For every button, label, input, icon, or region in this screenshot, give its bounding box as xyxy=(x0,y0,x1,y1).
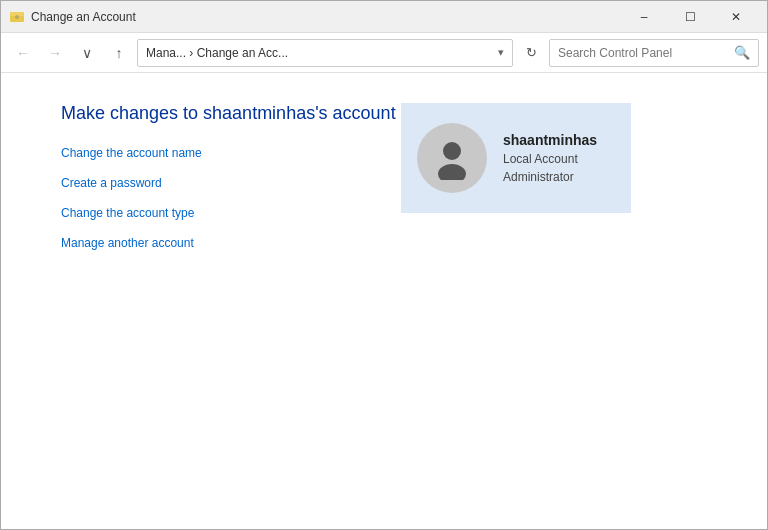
close-button[interactable]: ✕ xyxy=(713,1,759,33)
up-button[interactable]: ↑ xyxy=(105,39,133,67)
main-content: Make changes to shaantminhas's account C… xyxy=(1,73,767,530)
dropdown-button[interactable]: ∨ xyxy=(73,39,101,67)
account-info: shaantminhas Local Account Administrator xyxy=(503,132,597,184)
window-icon xyxy=(9,9,25,25)
left-panel: Make changes to shaantminhas's account C… xyxy=(61,93,401,511)
window-title: Change an Account xyxy=(31,10,621,24)
back-button[interactable]: ← xyxy=(9,39,37,67)
account-name: shaantminhas xyxy=(503,132,597,148)
svg-point-3 xyxy=(443,142,461,160)
right-panel: shaantminhas Local Account Administrator xyxy=(401,93,631,511)
refresh-button[interactable]: ↻ xyxy=(517,39,545,67)
search-box[interactable]: 🔍 xyxy=(549,39,759,67)
create-password-link[interactable]: Create a password xyxy=(61,176,401,190)
address-chevron-icon: ▾ xyxy=(498,46,504,59)
change-account-name-link[interactable]: Change the account name xyxy=(61,146,401,160)
forward-button[interactable]: → xyxy=(41,39,69,67)
search-input[interactable] xyxy=(558,46,728,60)
maximize-button[interactable]: ☐ xyxy=(667,1,713,33)
account-card: shaantminhas Local Account Administrator xyxy=(401,103,631,213)
svg-point-2 xyxy=(15,15,19,19)
search-icon[interactable]: 🔍 xyxy=(734,45,750,60)
address-path: Mana... › Change an Acc... xyxy=(146,46,494,60)
manage-another-account-link[interactable]: Manage another account xyxy=(61,236,401,250)
svg-point-4 xyxy=(438,164,466,180)
account-type-line2: Administrator xyxy=(503,170,597,184)
minimize-button[interactable]: – xyxy=(621,1,667,33)
window-controls: – ☐ ✕ xyxy=(621,1,759,33)
address-bar: ← → ∨ ↑ Mana... › Change an Acc... ▾ ↻ 🔍 xyxy=(1,33,767,73)
title-bar: Change an Account – ☐ ✕ xyxy=(1,1,767,33)
user-avatar-icon xyxy=(430,136,474,180)
address-input[interactable]: Mana... › Change an Acc... ▾ xyxy=(137,39,513,67)
account-type-line1: Local Account xyxy=(503,152,597,166)
avatar xyxy=(417,123,487,193)
change-account-type-link[interactable]: Change the account type xyxy=(61,206,401,220)
page-title: Make changes to shaantminhas's account xyxy=(61,103,401,124)
